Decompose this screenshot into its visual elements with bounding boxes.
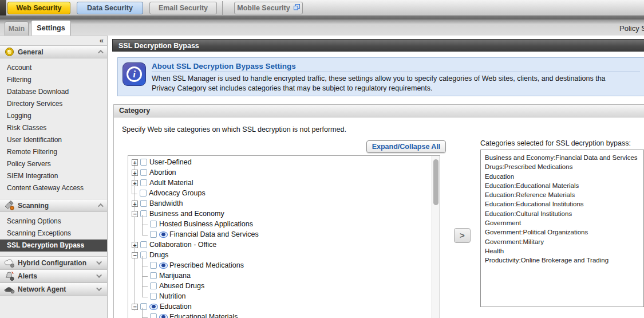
category-checkbox[interactable]: [150, 282, 157, 289]
sidebar-section-network-agent[interactable]: Network Agent: [0, 282, 107, 296]
tree-scrollbar[interactable]: [432, 156, 440, 318]
sidebar-item-database-download[interactable]: Database Download: [0, 86, 107, 98]
category-checkbox[interactable]: [150, 272, 157, 279]
sidebar-item-siem-integration[interactable]: SIEM Integration: [0, 170, 107, 182]
category-label[interactable]: Financial Data and Services: [169, 230, 259, 238]
category-label[interactable]: Business and Economy: [149, 210, 224, 218]
sidebar-section-general[interactable]: General: [0, 45, 107, 58]
sidebar-section-label: Alerts: [18, 272, 98, 280]
tree-row: −Education: [128, 301, 432, 312]
category-label[interactable]: Collaboration - Office: [149, 241, 216, 249]
tree-row: +User-Defined: [128, 157, 432, 167]
category-label[interactable]: Hosted Business Applications: [159, 220, 253, 228]
expand-icon[interactable]: +: [132, 170, 138, 176]
category-checkbox[interactable]: [140, 159, 147, 166]
product-tab-data-security[interactable]: Data Security: [77, 2, 143, 14]
category-label[interactable]: Nutrition: [159, 292, 186, 300]
selected-categories-list: Business and Economy:Financial Data and …: [480, 150, 644, 307]
category-label[interactable]: Advocacy Groups: [149, 189, 206, 197]
sidebar-item-scanning-exceptions[interactable]: Scanning Exceptions: [0, 227, 107, 240]
category-section-header: Category: [114, 105, 644, 117]
sidebar-item-account[interactable]: Account: [0, 62, 107, 74]
category-label[interactable]: Abused Drugs: [159, 282, 204, 290]
policy-server-text: Policy S: [619, 24, 644, 33]
tree-row: Prescribed Medications: [128, 260, 432, 270]
category-checkbox[interactable]: [140, 200, 147, 207]
tree-connector: [142, 256, 148, 266]
collapse-icon[interactable]: −: [132, 304, 138, 310]
sidebar-section-hybrid-configuration[interactable]: Hybrid Configuration: [0, 256, 107, 269]
selected-category[interactable]: Education:Reference Materials: [485, 190, 643, 199]
category-tree-panel: +User-Defined+Abortion+Adult MaterialAdv…: [128, 155, 440, 318]
selected-category[interactable]: Drugs:Prescribed Medications: [485, 162, 643, 171]
sidebar-item-filtering[interactable]: Filtering: [0, 74, 107, 86]
sidebar-section-label: Network Agent: [18, 285, 98, 293]
tab-main[interactable]: Main: [5, 21, 29, 36]
sidebar-item-directory-services[interactable]: Directory Services: [0, 98, 107, 110]
expand-icon[interactable]: +: [132, 159, 138, 166]
tree-scrollbar-thumb[interactable]: [433, 159, 438, 205]
product-tab-web-security[interactable]: Web Security: [7, 2, 70, 14]
product-tab-mobile-security[interactable]: Mobile Security: [234, 2, 303, 14]
eye-icon: [159, 231, 168, 238]
selected-category[interactable]: Education:Educational Institutions: [485, 199, 643, 209]
selected-category[interactable]: Education:Educational Materials: [485, 181, 643, 190]
category-checkbox[interactable]: [150, 313, 157, 318]
category-label[interactable]: Prescribed Medications: [169, 261, 244, 269]
topbar-divider: [0, 15, 644, 19]
collapse-icon[interactable]: −: [132, 252, 138, 258]
selected-category[interactable]: Health: [485, 246, 643, 256]
category-label[interactable]: Adult Material: [149, 179, 193, 187]
sidebar-item-logging[interactable]: Logging: [0, 110, 107, 122]
category-checkbox[interactable]: [140, 169, 147, 176]
sidebar-item-content-gateway-access[interactable]: Content Gateway Access: [0, 182, 107, 194]
selected-category[interactable]: Government:Political Organizations: [485, 227, 643, 237]
sidebar-item-ssl-decryption-bypass[interactable]: SSL Decryption Bypass: [0, 240, 107, 252]
category-checkbox[interactable]: [150, 221, 157, 227]
category-checkbox[interactable]: [150, 231, 157, 238]
sidebar-section-label: General: [18, 48, 98, 56]
sidebar-item-policy-servers[interactable]: Policy Servers: [0, 158, 107, 170]
sidebar-section-items: AccountFilteringDatabase DownloadDirecto…: [0, 58, 107, 199]
category-checkbox[interactable]: [140, 190, 147, 197]
category-label[interactable]: User-Defined: [149, 158, 192, 166]
expand-icon[interactable]: +: [132, 242, 138, 248]
product-tab-email-security[interactable]: Email Security: [149, 2, 217, 14]
category-label[interactable]: Drugs: [149, 251, 168, 259]
category-checkbox[interactable]: [150, 293, 157, 300]
tree-row: +Abortion: [128, 167, 432, 178]
category-label[interactable]: Abortion: [149, 168, 176, 176]
eye-icon: [149, 304, 158, 310]
category-label[interactable]: Marijuana: [159, 272, 191, 280]
expand-icon[interactable]: +: [132, 180, 138, 186]
page-title: SSL Decryption Bypass: [112, 39, 644, 52]
category-label[interactable]: Bandwidth: [149, 199, 183, 207]
category-checkbox[interactable]: [150, 262, 157, 269]
move-right-button[interactable]: >: [454, 228, 471, 243]
expand-collapse-all-button[interactable]: Expand/Collapse All: [366, 140, 446, 153]
selected-category[interactable]: Education:Cultural Institutions: [485, 209, 643, 218]
collapse-icon[interactable]: −: [132, 211, 138, 217]
selected-category[interactable]: Education: [485, 172, 643, 181]
category-checkbox[interactable]: [140, 179, 147, 186]
sidebar-item-risk-classes[interactable]: Risk Classes: [0, 122, 107, 134]
category-label[interactable]: Educational Materials: [169, 313, 238, 318]
category-label[interactable]: Education: [160, 303, 192, 311]
sidebar-item-user-identification[interactable]: User Identification: [0, 134, 107, 146]
sidebar-item-scanning-options[interactable]: Scanning Options: [0, 215, 107, 227]
selected-category[interactable]: Government:Military: [485, 237, 643, 246]
category-checkbox[interactable]: [140, 241, 147, 248]
info-title: About SSL Decryption Bypass Settings: [152, 62, 640, 72]
tab-settings[interactable]: Settings: [31, 20, 71, 36]
expand-icon[interactable]: +: [132, 201, 138, 207]
sidebar-collapse-icon[interactable]: «: [100, 36, 104, 45]
sidebar-item-remote-filtering[interactable]: Remote Filtering: [0, 146, 107, 158]
selected-category[interactable]: Business and Economy:Financial Data and …: [485, 153, 643, 162]
chevron-up-icon: [98, 203, 104, 209]
selected-category[interactable]: Productivity:Online Brokerage and Tradin…: [485, 256, 643, 265]
sidebar-section-alerts[interactable]: Alerts: [0, 269, 107, 282]
product-tab-bar: Web SecurityData SecurityEmail SecurityM…: [0, 0, 644, 16]
selected-category[interactable]: Government: [485, 218, 643, 227]
sidebar-section-label: Hybrid Configuration: [18, 259, 98, 267]
sidebar-section-scanning[interactable]: Scanning: [0, 199, 107, 212]
